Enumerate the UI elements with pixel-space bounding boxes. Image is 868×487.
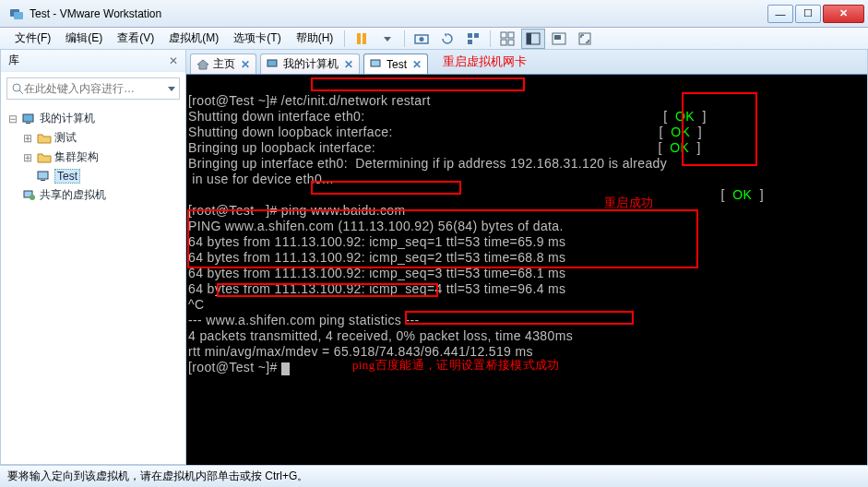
- statusbar: 要将输入定向到该虚拟机，请在虚拟机内部单击或按 Ctrl+G。: [0, 465, 868, 487]
- svg-rect-23: [41, 180, 45, 181]
- maximize-button[interactable]: ☐: [795, 5, 821, 23]
- svg-rect-11: [501, 40, 506, 45]
- outline-cmd1: [311, 77, 525, 91]
- home-icon: [196, 59, 209, 70]
- status-text: 要将输入定向到该虚拟机，请在虚拟机内部单击或按 Ctrl+G。: [7, 469, 308, 484]
- main-area: 主页 ✕ 我的计算机 ✕ Test ✕ 重启虚拟机网卡 [root@Test ~…: [186, 50, 868, 465]
- tree-vm-test[interactable]: Test: [6, 167, 180, 185]
- svg-rect-6: [468, 33, 472, 38]
- tree-root[interactable]: ⊟ 我的计算机: [6, 109, 180, 128]
- svg-rect-12: [508, 40, 514, 45]
- minimize-button[interactable]: —: [767, 5, 793, 23]
- svg-point-5: [420, 37, 424, 42]
- tree: ⊟ 我的计算机 ⊞测试 ⊞集群架构 Test 共享的虚拟机: [1, 105, 185, 208]
- svg-rect-26: [268, 60, 277, 66]
- revert-button[interactable]: [435, 29, 459, 49]
- computer-icon: [22, 113, 37, 125]
- close-button[interactable]: ✕: [823, 5, 864, 23]
- unity-button[interactable]: [547, 29, 571, 49]
- vm-icon: [370, 59, 383, 70]
- svg-rect-9: [501, 32, 506, 38]
- tree-folder-1[interactable]: ⊞测试: [6, 128, 180, 148]
- svg-point-25: [30, 195, 35, 200]
- menu-view[interactable]: 查看(V): [110, 29, 161, 48]
- svg-rect-2: [357, 33, 361, 44]
- folder-icon: [37, 152, 52, 163]
- sidebar-title: 库: [8, 53, 19, 68]
- dropdown-icon[interactable]: [375, 29, 399, 49]
- annotation-restart: 重启虚拟机网卡: [443, 53, 527, 70]
- sidebar-button[interactable]: [521, 29, 545, 49]
- tree-shared[interactable]: 共享的虚拟机: [6, 185, 180, 205]
- outline-loss: [405, 311, 634, 325]
- search-field[interactable]: [24, 82, 168, 95]
- svg-rect-22: [38, 172, 48, 179]
- menubar: 文件(F) 编辑(E) 查看(V) 虚拟机(M) 选项卡(T) 帮助(H): [0, 28, 868, 50]
- svg-rect-10: [508, 32, 514, 38]
- svg-rect-21: [26, 123, 30, 124]
- search-icon: [11, 82, 24, 95]
- chevron-down-icon[interactable]: [168, 85, 175, 92]
- fullscreen-button[interactable]: [573, 29, 597, 49]
- menu-edit[interactable]: 编辑(E): [58, 29, 110, 48]
- svg-rect-3: [363, 33, 366, 44]
- tree-folder-2[interactable]: ⊞集群架构: [6, 148, 180, 167]
- svg-rect-7: [474, 33, 479, 38]
- annotation-ping: ping百度能通，证明设置桥接模式成功: [352, 358, 560, 373]
- terminal[interactable]: [root@Test ~]# /etc/init.d/network resta…: [186, 75, 867, 465]
- svg-rect-8: [468, 40, 472, 44]
- menu-help[interactable]: 帮助(H): [289, 29, 341, 48]
- thumbnail-button[interactable]: [495, 29, 519, 49]
- titlebar: Test - VMware Workstation — ☐ ✕: [0, 0, 868, 28]
- svg-rect-1: [14, 12, 23, 19]
- close-icon[interactable]: ✕: [344, 58, 353, 71]
- manage-button[interactable]: [461, 29, 485, 49]
- cursor: [281, 362, 290, 375]
- svg-point-18: [13, 84, 20, 91]
- pause-button[interactable]: [350, 29, 374, 49]
- vmware-icon: [9, 6, 24, 21]
- tabbar: 主页 ✕ 我的计算机 ✕ Test ✕ 重启虚拟机网卡: [186, 50, 867, 75]
- shared-icon: [22, 190, 37, 201]
- sidebar: 库 ✕ ⊟ 我的计算机 ⊞测试 ⊞集群架构 Test 共享的虚拟机: [0, 50, 186, 465]
- close-icon[interactable]: ✕: [241, 58, 250, 71]
- svg-rect-16: [554, 35, 561, 40]
- menu-tabs[interactable]: 选项卡(T): [226, 29, 288, 48]
- menu-file[interactable]: 文件(F): [7, 29, 58, 48]
- tab-mycomputer[interactable]: 我的计算机 ✕: [260, 53, 360, 74]
- vm-icon: [37, 171, 52, 182]
- svg-rect-14: [527, 33, 531, 44]
- svg-rect-27: [371, 60, 380, 66]
- svg-line-19: [19, 90, 23, 94]
- close-icon[interactable]: ✕: [412, 58, 422, 71]
- computer-icon: [267, 59, 279, 70]
- svg-rect-20: [23, 114, 33, 122]
- annotation-success: 重启成功: [604, 196, 653, 210]
- window-title: Test - VMware Workstation: [30, 7, 161, 20]
- svg-rect-17: [579, 33, 590, 44]
- menu-vm[interactable]: 虚拟机(M): [161, 29, 226, 48]
- search-input[interactable]: [6, 77, 180, 100]
- tab-test[interactable]: Test ✕: [363, 53, 428, 74]
- tab-home[interactable]: 主页 ✕: [190, 53, 256, 74]
- folder-icon: [37, 133, 52, 144]
- snapshot-button[interactable]: [410, 29, 434, 49]
- sidebar-close-icon[interactable]: ✕: [169, 54, 178, 67]
